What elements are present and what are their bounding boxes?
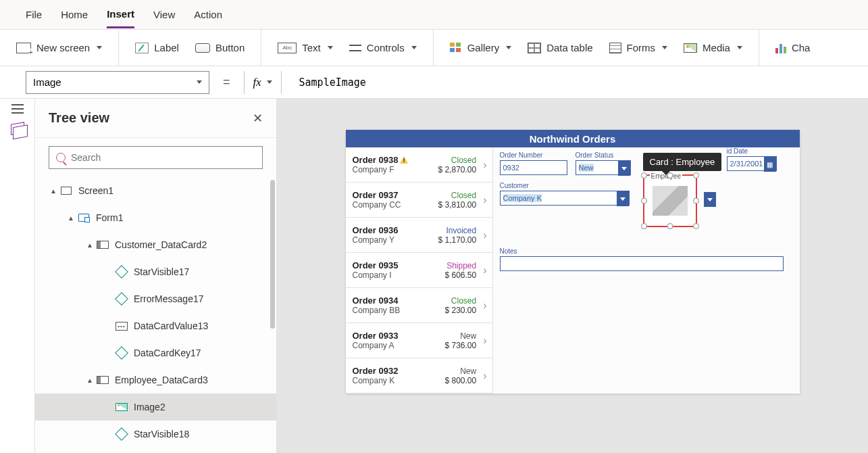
paid-date-field[interactable]: 2/31/2001 ▦ <box>727 156 777 171</box>
chevron-right-icon: › <box>480 264 486 277</box>
tree-view-title: Tree view <box>49 110 109 126</box>
forms-button[interactable]: Forms <box>604 38 673 57</box>
menu-insert[interactable]: Insert <box>107 1 134 28</box>
menu-action[interactable]: Action <box>194 2 222 27</box>
order-status: Closed <box>419 191 477 200</box>
order-amount: $ 800.00 <box>419 376 477 385</box>
tree-body: ▲ Screen1 ▲ Form1 ▲ Customer_DataCard2 S… <box>35 177 276 453</box>
customer-dropdown[interactable]: Company K <box>500 191 630 206</box>
tree-scrollbar[interactable] <box>270 180 275 329</box>
order-row[interactable]: Order 0935Company IShipped$ 606.50› <box>346 253 492 288</box>
search-icon <box>56 153 66 162</box>
tree-view-header: Tree view ✕ <box>35 99 276 138</box>
label-icon <box>135 43 149 53</box>
button-button[interactable]: Button <box>190 38 250 57</box>
tree-node-starvisible17[interactable]: StarVisible17 <box>35 258 276 285</box>
tree-view-rail-button[interactable] <box>0 123 24 134</box>
tree-node-label: StarVisible17 <box>134 266 189 277</box>
charts-button[interactable]: Cha <box>770 38 816 57</box>
resize-handle[interactable] <box>641 172 647 178</box>
left-rail <box>0 99 35 453</box>
expand-icon[interactable]: ▲ <box>86 377 93 384</box>
menu-home[interactable]: Home <box>61 2 88 27</box>
tree-node-errormessage17[interactable]: ErrorMessage17 <box>35 285 276 312</box>
hamburger-icon[interactable] <box>11 108 24 110</box>
tree-node-screen1[interactable]: ▲ Screen1 <box>35 177 276 204</box>
resize-handle[interactable] <box>693 223 699 229</box>
menu-view[interactable]: View <box>153 2 175 27</box>
expand-icon[interactable]: ▲ <box>68 214 74 222</box>
resize-handle[interactable] <box>641 198 647 204</box>
notes-field[interactable] <box>500 256 784 271</box>
tree-node-image2[interactable]: Image2 <box>35 394 276 421</box>
text-icon: Abc <box>278 43 297 53</box>
employee-image-card[interactable]: Employee <box>643 174 697 227</box>
menu-file[interactable]: File <box>26 2 42 27</box>
order-row[interactable]: Order 0934Company BBClosed$ 230.00› <box>346 288 492 323</box>
screen-icon <box>61 187 72 195</box>
datatable-button[interactable]: Data table <box>522 38 598 57</box>
text-button[interactable]: Abc Text <box>272 38 338 57</box>
order-status-label: Order Status <box>576 151 631 159</box>
chevron-right-icon: › <box>480 194 486 206</box>
resize-handle[interactable] <box>693 198 699 204</box>
search-input[interactable] <box>71 152 255 163</box>
employee-dropdown-arrow[interactable] <box>704 192 716 207</box>
control-icon <box>115 292 128 306</box>
order-number: Order 0932 <box>353 366 415 376</box>
fx-button[interactable]: fx <box>244 71 282 94</box>
order-row[interactable]: Order 0932Company KNew$ 800.00› <box>346 358 492 394</box>
order-number: Order 0938 <box>353 155 415 165</box>
order-company: Company F <box>353 165 415 174</box>
tree-node-employee-datacard[interactable]: ▲ Employee_DataCard3 <box>35 366 276 394</box>
order-status: New <box>419 331 477 341</box>
design-canvas[interactable]: Northwind Orders Order 0938Company FClos… <box>277 99 868 453</box>
order-row[interactable]: Order 0937Company CCClosed$ 3,810.00› <box>346 183 492 218</box>
label-button[interactable]: Label <box>130 38 184 57</box>
order-number-field[interactable]: 0932 <box>500 160 567 175</box>
controls-icon <box>349 43 361 53</box>
property-dropdown[interactable]: Image <box>26 71 209 94</box>
new-screen-button[interactable]: New screen <box>11 38 107 57</box>
order-amount: $ 606.50 <box>419 270 477 280</box>
order-row[interactable]: Order 0936Company YInvoiced$ 1,170.00› <box>346 218 492 253</box>
expand-icon[interactable]: ▲ <box>50 187 57 195</box>
order-row[interactable]: Order 0938Company FClosed$ 2,870.00› <box>346 147 492 183</box>
resize-handle[interactable] <box>641 223 647 229</box>
tree-node-starvisible18[interactable]: StarVisible18 <box>35 421 276 448</box>
form-icon <box>78 214 89 222</box>
property-dropdown-value: Image <box>33 76 61 88</box>
order-status-dropdown[interactable]: New <box>576 160 631 175</box>
order-row[interactable]: Order 0933Company ANew$ 736.00› <box>346 323 492 358</box>
new-screen-label: New screen <box>36 42 90 53</box>
customer-label: Customer <box>500 182 630 189</box>
tree-node-label: Customer_DataCard2 <box>115 239 207 250</box>
tree-node-datacardkey17[interactable]: DataCardKey17 <box>35 339 276 366</box>
tree-node-datacardvalue13[interactable]: ••• DataCardValue13 <box>35 312 276 339</box>
tree-node-form1[interactable]: ▲ Form1 <box>35 204 276 231</box>
tree-search-box[interactable] <box>49 146 263 169</box>
order-number: Order 0933 <box>353 331 415 341</box>
order-gallery[interactable]: Order 0938Company FClosed$ 2,870.00›Orde… <box>346 147 493 394</box>
gallery-icon <box>450 43 462 53</box>
app-frame: Northwind Orders Order 0938Company FClos… <box>346 130 800 394</box>
datacard-icon <box>97 241 109 249</box>
gallery-button[interactable]: Gallery <box>444 38 517 57</box>
chevron-down-icon <box>506 46 511 49</box>
order-company: Company K <box>353 376 415 385</box>
expand-icon[interactable]: ▲ <box>86 241 93 249</box>
button-button-label: Button <box>215 42 245 53</box>
forms-button-label: Forms <box>627 42 656 53</box>
formula-input[interactable] <box>291 71 868 94</box>
tree-node-label: DataCardKey17 <box>134 348 201 358</box>
close-panel-button[interactable]: ✕ <box>253 111 263 126</box>
chevron-right-icon: › <box>480 229 486 241</box>
resize-handle[interactable] <box>667 223 673 229</box>
tree-node-customer-datacard[interactable]: ▲ Customer_DataCard2 <box>35 231 276 258</box>
tree-node-label: Form1 <box>96 212 123 223</box>
resize-handle[interactable] <box>693 172 699 178</box>
media-button[interactable]: Media <box>678 38 748 57</box>
button-icon <box>195 43 210 53</box>
controls-button[interactable]: Controls <box>344 38 422 57</box>
media-button-label: Media <box>703 42 730 53</box>
